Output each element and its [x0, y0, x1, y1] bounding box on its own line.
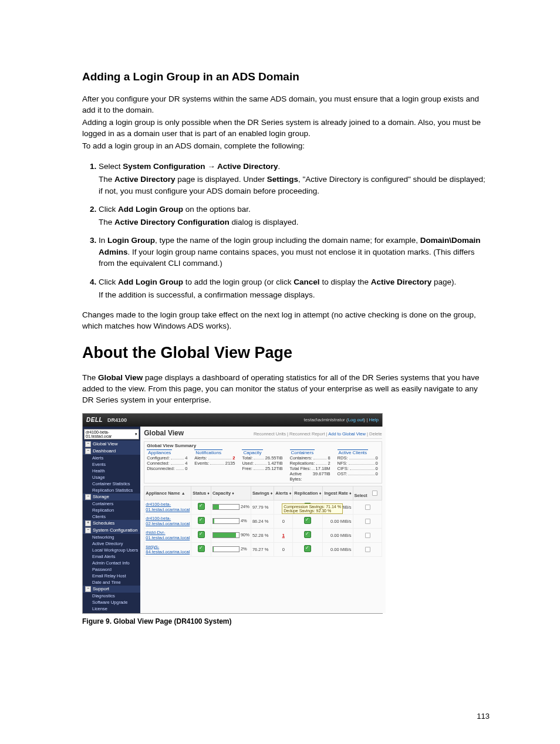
nav-containers[interactable]: Containers [83, 500, 140, 507]
nav-replication[interactable]: Replication [83, 507, 140, 513]
section1-para1: After you configure your DR systems with… [82, 94, 490, 116]
status-ok-icon [198, 531, 205, 538]
nav-software-upgrade[interactable]: Software Upgrade [83, 599, 140, 606]
reconnect-units-link[interactable]: Reconnect Units [254, 431, 286, 437]
nav-usage[interactable]: Usage [83, 474, 140, 481]
capacity-bar [212, 546, 239, 552]
replication-ok-icon [304, 531, 311, 538]
col-active-clients: Active Clients RDS:0 NFS:0 CIFS:0 OST:0 [338, 449, 379, 482]
nav-events[interactable]: Events [83, 461, 140, 468]
col-containers: Containers Containers:8 Replications:2 T… [290, 449, 332, 482]
step-3: In Login Group, type the name of the log… [99, 235, 490, 269]
nav-support[interactable]: −Support [83, 586, 140, 593]
appliance-link[interactable]: dr4100-beta-01.testad.ocarina.local [146, 502, 190, 512]
col-savings[interactable]: Savings ♦ [251, 486, 274, 500]
col-appliances: Appliances Configured:4 Connected:4 Disc… [147, 449, 188, 482]
savings-tooltip: Compression Savings: 71.14 % Dedupe Savi… [282, 503, 343, 514]
sort-asc-icon: ▲ [181, 491, 185, 495]
replication-ok-icon [304, 517, 311, 524]
expand-icon[interactable]: + [85, 520, 91, 526]
col-ingest[interactable]: Ingest Rate ♦ [323, 486, 353, 500]
nav-date-time[interactable]: Date and Time [83, 579, 140, 586]
page-number: 113 [477, 712, 490, 721]
nav-license[interactable]: License [83, 606, 140, 612]
select-all-checkbox[interactable] [372, 490, 377, 495]
steps-list: Select System Configuration → Active Dir… [82, 161, 490, 300]
col-alerts[interactable]: Alerts ♦ [274, 486, 293, 500]
row-select-checkbox[interactable] [365, 546, 370, 552]
nav-global-view[interactable]: −Global View [83, 441, 140, 448]
nav-replication-stats[interactable]: Replication Statistics [83, 487, 140, 493]
page-title: Global View [144, 429, 184, 437]
collapse-icon[interactable]: − [85, 494, 91, 500]
nav-schedules[interactable]: +Schedules [83, 520, 140, 527]
step-2: Click Add Login Group on the options bar… [99, 204, 490, 228]
nav-health[interactable]: Health [83, 468, 140, 474]
logout-link[interactable]: Log out [348, 417, 364, 422]
nav-admin-contact[interactable]: Admin Contact Info [83, 560, 140, 566]
sort-icon: ♦ [319, 491, 322, 495]
col-capacity[interactable]: Capacity ♦ [211, 486, 251, 500]
appliance-table: Appliance Name ▲ Status ♦ Capacity ♦ Sav… [144, 486, 382, 557]
nav-dashboard[interactable]: −Dashboard [83, 448, 140, 455]
step-4: Click Add Login Group to add the login g… [99, 276, 490, 300]
sort-icon: ♦ [207, 491, 210, 495]
nav-email-relay[interactable]: Email Relay Host [83, 573, 140, 579]
col-status[interactable]: Status ♦ [191, 486, 211, 500]
col-name[interactable]: Appliance Name ▲ [144, 486, 191, 500]
appliance-link[interactable]: rhidd-Dvr-01.testad.ocarina.local [146, 530, 190, 540]
col-replication[interactable]: Replication ♦ [293, 486, 323, 500]
nav-local-wg-users[interactable]: Local Workgroup Users [83, 547, 140, 553]
status-ok-icon [198, 545, 205, 552]
capacity-bar [212, 504, 239, 510]
action-bar: Reconnect Units | Reconnect Report | Add… [254, 431, 382, 437]
sidebar: dr4100-beta-01.testad.ocar▾ −Global View… [83, 427, 140, 613]
table-row: dr4100-beta-01.testad.ocarina.local24%97… [144, 500, 382, 514]
model-label: DR4100 [107, 417, 127, 423]
replication-ok-icon [304, 545, 311, 552]
add-to-global-view-link[interactable]: Add to Global View [328, 431, 366, 437]
alert-count[interactable]: 1 [282, 533, 285, 538]
nav-networking[interactable]: Networking [83, 534, 140, 540]
screenshot-global-view: DELL DR4100 testad\administrator (Log ou… [82, 413, 383, 614]
capacity-bar [212, 532, 239, 538]
nav-storage[interactable]: −Storage [83, 493, 140, 500]
section1-para3: To add a login group in an ADS domain, c… [82, 141, 490, 152]
nav-email-alerts[interactable]: Email Alerts [83, 553, 140, 560]
page: Adding a Login Group in an ADS Domain Af… [0, 0, 560, 744]
nav-active-directory[interactable]: Active Directory [83, 540, 140, 547]
col-notifications: Notifications Alerts:2 Events:2135 [194, 449, 236, 482]
reconnect-report-link[interactable]: Reconnect Report [289, 431, 325, 437]
nav-password[interactable]: Password [83, 566, 140, 573]
nav-alerts[interactable]: Alerts [83, 455, 140, 461]
collapse-icon[interactable]: − [85, 441, 91, 447]
section2-para: The Global View page displays a dashboar… [82, 373, 490, 406]
step-1: Select System Configuration → Active Dir… [99, 161, 490, 197]
row-select-checkbox[interactable] [365, 532, 370, 537]
sort-icon: ♦ [349, 491, 352, 495]
main-content: Global View Reconnect Units | Reconnect … [140, 427, 385, 613]
section2-title: About the Global View Page [82, 344, 490, 362]
row-select-checkbox[interactable] [365, 504, 370, 509]
appliance-link[interactable]: swsys-84.testad.ocarina.local [146, 544, 190, 554]
help-link[interactable]: Help [369, 417, 379, 422]
collapse-icon[interactable]: − [85, 448, 91, 454]
table-row: dr4100-beta-02.testad.ocarina.local4%86.… [144, 514, 382, 528]
capacity-bar [212, 518, 239, 524]
col-select[interactable]: Select [353, 486, 382, 500]
dell-logo: DELL [86, 417, 103, 423]
host-selector[interactable]: dr4100-beta-01.testad.ocar▾ [84, 429, 139, 439]
row-select-checkbox[interactable] [365, 518, 370, 523]
section1-after: Changes made to the login group take eff… [82, 310, 490, 332]
nav-system-config[interactable]: −System Configuration [83, 527, 140, 534]
nav-container-stats[interactable]: Container Statistics [83, 481, 140, 487]
section1-para2: Adding a login group is only possible wh… [82, 117, 490, 140]
collapse-icon[interactable]: − [85, 527, 91, 533]
nav-clients[interactable]: Clients [83, 513, 140, 520]
nav-diagnostics[interactable]: Diagnostics [83, 593, 140, 599]
collapse-icon[interactable]: − [85, 586, 91, 592]
delete-link[interactable]: Delete [369, 431, 382, 437]
user-area: testad\administrator (Log out) | Help [304, 417, 379, 422]
app-header: DELL DR4100 testad\administrator (Log ou… [83, 414, 382, 427]
appliance-link[interactable]: dr4100-beta-02.testad.ocarina.local [146, 516, 190, 526]
